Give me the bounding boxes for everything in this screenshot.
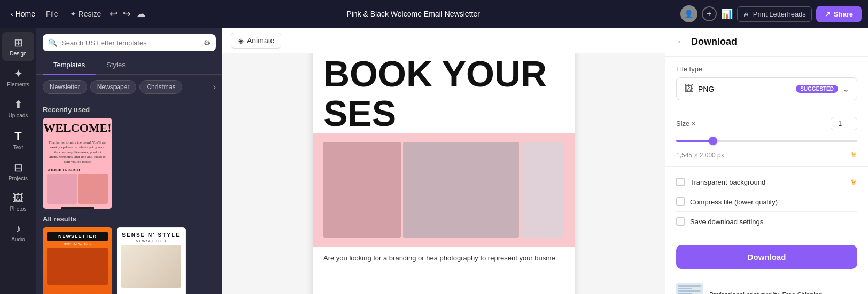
size-slider-track bbox=[676, 140, 857, 142]
topbar-history: ↩ ↪ ☁ bbox=[110, 8, 146, 20]
size-slider[interactable] bbox=[676, 134, 857, 147]
resize-icon: ✦ bbox=[70, 10, 76, 18]
canvas-toolbar: ◈ Animate bbox=[222, 28, 665, 53]
print-thumb-line-3 bbox=[678, 290, 701, 292]
where-to-start: WHERE TO START bbox=[47, 168, 108, 172]
sidebar-item-design[interactable]: ⊞ Design bbox=[2, 32, 34, 61]
template-item-newsletter[interactable]: NEWSLETTER MAIN TOPIC HERE bbox=[43, 227, 112, 294]
file-type-label: File type bbox=[676, 65, 857, 73]
projects-icon: ⊟ bbox=[14, 161, 23, 174]
file-menu[interactable]: File bbox=[42, 7, 63, 20]
download-panel-header: ← Download bbox=[665, 28, 868, 57]
transparent-bg-label: Transparent background bbox=[690, 178, 845, 186]
file-type-section: File type 🖼 PNG SUGGESTED ⌄ bbox=[665, 57, 868, 109]
size-section: Size × 1,545 × 2,000 px ♛ bbox=[665, 109, 868, 167]
analytics-icon[interactable]: 📊 bbox=[721, 8, 733, 20]
left-panel: 🔍 ⚙ Templates Styles Newsletter Newspape… bbox=[36, 28, 222, 294]
template-item-welcome[interactable]: WELCOME! Thanks for joining the team! Yo… bbox=[43, 118, 112, 209]
crown-icon: ♛ bbox=[850, 150, 857, 158]
sidebar: ⊞ Design ✦ Elements ⬆ Uploads T Text ⊟ P… bbox=[0, 28, 36, 294]
download-button[interactable]: Download bbox=[676, 245, 857, 269]
welcome-title: WELCOME! bbox=[43, 122, 111, 134]
filter-icon[interactable]: ⚙ bbox=[204, 38, 211, 47]
animate-label: Animate bbox=[247, 36, 274, 45]
resize-menu[interactable]: ✦ Resize bbox=[66, 7, 106, 20]
sidebar-label-projects: Projects bbox=[9, 176, 28, 181]
sidebar-label-audio: Audio bbox=[11, 236, 25, 242]
compress-file-checkbox[interactable] bbox=[676, 197, 685, 206]
search-input[interactable] bbox=[61, 39, 199, 47]
size-slider-thumb[interactable] bbox=[709, 137, 717, 145]
topbar-nav: File ✦ Resize bbox=[42, 7, 105, 20]
canvas-images-row bbox=[323, 142, 564, 238]
home-label: Home bbox=[15, 10, 35, 18]
animate-button[interactable]: ◈ Animate bbox=[231, 33, 281, 49]
sidebar-item-text[interactable]: T Text bbox=[2, 125, 34, 155]
save-settings-checkbox[interactable] bbox=[676, 217, 685, 226]
topbar: ‹ Home File ✦ Resize ↩ ↪ ☁ Pink & Black … bbox=[0, 0, 868, 28]
welcome-img-1 bbox=[47, 174, 77, 204]
undo-button[interactable]: ↩ bbox=[110, 8, 118, 20]
download-btn-wrap: Download bbox=[665, 236, 868, 277]
canvas-img-3 bbox=[521, 142, 564, 238]
search-bar: 🔍 ⚙ bbox=[36, 28, 222, 55]
sidebar-label-design: Design bbox=[10, 51, 26, 57]
print-thumb-line-2 bbox=[678, 288, 692, 289]
newsletter-header-text: NEWSLETTER bbox=[49, 234, 106, 239]
print-promo-text: Professional print quality. Free Shippin… bbox=[709, 291, 824, 294]
chip-newsletter[interactable]: Newsletter bbox=[43, 80, 87, 94]
text-icon: T bbox=[14, 129, 21, 143]
compress-file-item: Compress file (lower quality) bbox=[676, 192, 857, 212]
checkbox-section: Transparent background ♛ Compress file (… bbox=[665, 167, 868, 236]
welcome-cta[interactable]: LEARN MORE bbox=[61, 207, 94, 209]
newsletter-sub: MAIN TOPIC HERE bbox=[63, 242, 91, 245]
add-collaborator-button[interactable]: + bbox=[702, 6, 717, 21]
cloud-save-icon: ☁ bbox=[136, 8, 146, 20]
tab-styles[interactable]: Styles bbox=[96, 55, 136, 74]
chips-chevron-right[interactable]: › bbox=[213, 82, 216, 92]
redo-button[interactable]: ↪ bbox=[123, 8, 131, 20]
chevron-left-icon: ‹ bbox=[11, 10, 13, 18]
photos-icon: 🖼 bbox=[13, 192, 24, 204]
chip-newspaper[interactable]: Newspaper bbox=[90, 80, 137, 94]
topbar-right: 👤 + 📊 🖨 Print Letterheads ↗ Share bbox=[680, 5, 862, 22]
print-letterheads-button[interactable]: 🖨 Print Letterheads bbox=[737, 6, 812, 22]
file-type-dropdown[interactable]: 🖼 PNG SUGGESTED ⌄ bbox=[676, 77, 857, 100]
chip-christmas[interactable]: Christmas bbox=[140, 80, 182, 94]
transparent-bg-checkbox[interactable] bbox=[676, 178, 685, 186]
size-label-row: Size × bbox=[676, 117, 857, 130]
save-settings-label: Save download settings bbox=[690, 218, 857, 226]
print-label: Print Letterheads bbox=[753, 10, 806, 18]
share-button[interactable]: ↗ Share bbox=[816, 6, 862, 22]
newsletter-img bbox=[47, 248, 108, 285]
recently-used-label: Recently used bbox=[43, 106, 216, 114]
home-button[interactable]: ‹ Home bbox=[6, 7, 40, 20]
canvas-content[interactable]: BOOK YOUR SES Are you looking for a bran… bbox=[222, 53, 665, 294]
size-input[interactable] bbox=[831, 117, 857, 130]
download-title: Download bbox=[691, 36, 737, 47]
uploads-icon: ⬆ bbox=[14, 98, 23, 111]
sidebar-item-uploads[interactable]: ⬆ Uploads bbox=[2, 94, 34, 123]
main-layout: ⊞ Design ✦ Elements ⬆ Uploads T Text ⊟ P… bbox=[0, 28, 868, 294]
print-thumbnail bbox=[676, 283, 703, 294]
sidebar-item-projects[interactable]: ⊟ Projects bbox=[2, 157, 34, 186]
sidebar-label-uploads: Uploads bbox=[9, 113, 28, 118]
all-results-section: NEWSLETTER MAIN TOPIC HERE SENSE N' STYL… bbox=[43, 227, 216, 294]
tab-bar: Templates Styles bbox=[36, 55, 222, 75]
sidebar-label-photos: Photos bbox=[10, 206, 26, 212]
sidebar-item-photos[interactable]: 🖼 Photos bbox=[2, 188, 34, 216]
sense-subtitle: NEWSLETTER bbox=[136, 239, 167, 243]
dropdown-chevron-icon: ⌄ bbox=[842, 84, 849, 94]
back-button[interactable]: ← bbox=[676, 36, 686, 47]
transparent-bg-item: Transparent background ♛ bbox=[676, 172, 857, 192]
sidebar-item-elements[interactable]: ✦ Elements bbox=[2, 63, 34, 92]
search-icon: 🔍 bbox=[48, 38, 57, 47]
sense-title: SENSE N' STYLE bbox=[122, 232, 180, 238]
sidebar-item-audio[interactable]: ♪ Audio bbox=[2, 218, 34, 247]
all-results-label: All results bbox=[43, 215, 216, 223]
avatar[interactable]: 👤 bbox=[680, 5, 698, 22]
template-item-sense[interactable]: SENSE N' STYLE NEWSLETTER bbox=[117, 227, 186, 294]
sidebar-label-elements: Elements bbox=[7, 82, 29, 88]
elements-icon: ✦ bbox=[14, 67, 23, 80]
tab-templates[interactable]: Templates bbox=[43, 55, 96, 74]
